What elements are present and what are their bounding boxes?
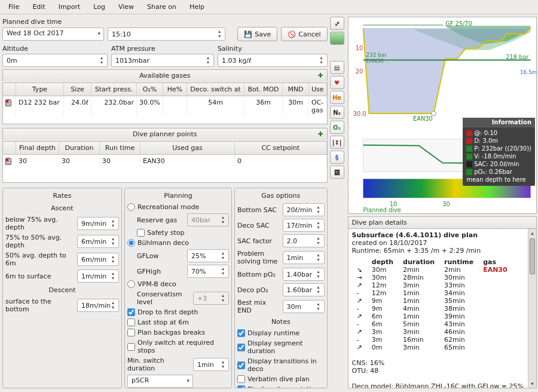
save-button[interactable]: 💾Save <box>237 27 277 41</box>
gasopt-label: Deco SAC <box>237 222 279 229</box>
last-stop-6m-checkbox[interactable]: Last stop at 6m <box>127 317 229 327</box>
toggle-n2-icon[interactable]: N₂ <box>330 106 344 119</box>
plan-runtime: Runtime: 65min + 3:35 /m + 2:29 /min <box>352 247 481 255</box>
plan-row: -3m16min62min <box>352 336 512 344</box>
menu-file[interactable]: File <box>2 1 25 13</box>
plan-row: ↗9m1min35min <box>352 297 512 305</box>
buhlmann-radio[interactable]: Bühlmann deco <box>127 238 229 248</box>
altitude-input[interactable]: 0m▴▾ <box>2 54 108 67</box>
only-switch-checkbox[interactable]: Only switch at required stops <box>127 338 229 356</box>
menu-edit[interactable]: Edit <box>26 1 51 13</box>
salinity-input[interactable]: 1.03 kg/ℓ▴▾ <box>218 54 328 67</box>
delete-point-icon[interactable] <box>5 158 11 165</box>
save-icon: 💾 <box>244 30 252 38</box>
menu-share-on[interactable]: Share on <box>141 1 182 13</box>
recreational-mode-radio[interactable]: Recreational mode <box>127 202 229 212</box>
deco-sac-input[interactable]: 17ℓ/min▴▾ <box>283 219 325 232</box>
pt-col-cc[interactable]: CC setpoint <box>235 142 327 154</box>
cancel-icon: 🚫 <box>288 30 296 38</box>
pt-col-depth[interactable]: Final depth <box>16 142 59 154</box>
gas-col-botmod[interactable]: Bot. MOD <box>244 83 283 96</box>
toggle-o2-icon[interactable]: O₂ <box>330 121 344 134</box>
delete-gas-icon[interactable] <box>5 99 11 106</box>
notes-display-runtime[interactable]: Display runtime <box>237 328 325 338</box>
toggle-he-icon[interactable]: He <box>330 91 344 104</box>
atm-pressure-label: ATM pressure <box>111 44 214 54</box>
pt-col-dur[interactable]: Duration <box>59 142 100 154</box>
add-gas-button[interactable]: ✚ <box>317 72 323 79</box>
toggle-tissue-icon[interactable] <box>330 32 344 45</box>
pt-col-run[interactable]: Run time <box>100 142 140 154</box>
notes-display-variations[interactable]: Display plan variations <box>237 384 325 388</box>
gflow-input[interactable]: 25%▴▾ <box>187 249 229 262</box>
svg-text:30: 30 <box>442 201 450 207</box>
gas-col-type[interactable]: Type <box>16 83 64 96</box>
toggle-heartrate-icon[interactable]: ♥ <box>330 76 344 89</box>
ascent-title: Ascent <box>5 202 119 215</box>
gas-col-o2[interactable]: O₂% <box>137 83 163 96</box>
ean30-label-bottom: EAN30 <box>413 115 433 122</box>
gas-col-he[interactable]: He% <box>163 83 187 96</box>
sac-factor-input[interactable]: 2.0▴▾ <box>283 234 325 247</box>
notes-display-segment[interactable]: Display segment duration <box>237 338 325 356</box>
details-scrollbar[interactable]: ▴ ▾ <box>528 229 536 388</box>
plan-row: ↘30m2min2minEAN30 <box>352 266 512 274</box>
atm-pressure-input[interactable]: 1013mbar▴▾ <box>111 54 214 67</box>
ytick-10: 10 <box>355 45 363 51</box>
gfhigh-label: GFHigh <box>137 268 184 275</box>
dive-profile-chart[interactable]: 10 20 30.0 GF 25/70 232 bar EAN30 EAN30 … <box>348 17 537 214</box>
notes-verbatim[interactable]: Verbatim dive plan <box>237 374 325 384</box>
best-mix-end-input[interactable]: 30m▴▾ <box>283 300 325 313</box>
vpm-radio[interactable]: VPM-B deco <box>127 279 229 289</box>
ascent-rate-1[interactable]: 6m/min▴▾ <box>77 235 119 248</box>
bottom-po2-input[interactable]: 1.40bar▴▾ <box>283 268 325 281</box>
toggle-zoom-icon[interactable]: ⤢ <box>330 17 344 30</box>
rates-panel: Rates Ascent below 75% avg. depth9m/min▴… <box>2 188 122 388</box>
gfhigh-input[interactable]: 70%▴▾ <box>187 265 229 278</box>
gas-col-mnd[interactable]: MND <box>283 83 309 96</box>
dive-plan-details-title: Dive plan details <box>348 216 537 229</box>
gas-col-start[interactable]: Start press. <box>91 83 137 96</box>
deco-po2-input[interactable]: 1.60bar▴▾ <box>283 283 325 296</box>
toggle-photos-icon[interactable]: 🖼 <box>330 166 344 179</box>
min-switch-input[interactable]: 1min▴▾ <box>193 358 229 371</box>
plan-model: Deco model: Bühlmann ZHL-16C with GFLow … <box>352 382 524 388</box>
pt-col-gas[interactable]: Used gas <box>140 142 235 154</box>
drop-first-depth-checkbox[interactable]: Drop to first depth <box>127 307 229 317</box>
gas-col-use[interactable]: Use <box>309 83 327 96</box>
gflow-label: GFLow <box>137 252 184 260</box>
descent-rate[interactable]: 18m/min▴▾ <box>77 299 119 312</box>
ytick-20: 20 <box>355 68 363 75</box>
toggle-ceiling-icon[interactable]: ▤ <box>330 61 344 74</box>
plan-row: →30m28min30min <box>352 274 512 281</box>
add-point-button[interactable]: ✚ <box>317 130 323 138</box>
gas-col-size[interactable]: Size <box>64 83 91 96</box>
menu-help[interactable]: Help <box>184 1 210 13</box>
menu-import[interactable]: Import <box>53 1 87 13</box>
reserve-gas-label: Reserve gas <box>137 216 184 224</box>
safety-stop-checkbox[interactable]: Safety stop <box>127 228 229 238</box>
problem-time-input[interactable]: 1min▴▾ <box>283 251 325 264</box>
gas-col-deco[interactable]: Deco. switch at <box>187 83 244 96</box>
pt-row[interactable]: 30 30 30 EAN30 0 <box>3 155 327 167</box>
cancel-button[interactable]: 🚫Cancel <box>281 27 327 41</box>
bar-232-label: 232 bar <box>366 52 387 58</box>
plan-row: ↗12m3min33min <box>352 281 512 289</box>
bottom-sac-input[interactable]: 20ℓ/min▴▾ <box>283 203 325 216</box>
dive-date-select[interactable]: Wed 18 Oct 2017 <box>2 27 104 41</box>
toggle-ruler-icon[interactable]: |↕| <box>330 136 344 149</box>
ascent-rate-2[interactable]: 6m/min▴▾ <box>77 253 119 266</box>
pscr-select[interactable]: pSCR <box>127 375 193 388</box>
rate-row-label: 75% to 50% avg. depth <box>5 234 74 249</box>
plan-row: ↗6m1min39min <box>352 313 512 320</box>
backgas-breaks-checkbox[interactable]: Plan backgas breaks <box>127 327 229 338</box>
plan-cns: CNS: 16% <box>352 359 385 367</box>
ascent-rate-3[interactable]: 1m/min▴▾ <box>77 270 119 283</box>
menu-view[interactable]: View <box>112 1 140 13</box>
ascent-rate-0[interactable]: 9m/min▴▾ <box>77 217 119 230</box>
dive-time-input[interactable]: 15:10▴▾ <box>108 27 225 41</box>
notes-display-trans[interactable]: Display transitions in deco <box>237 356 325 374</box>
menu-log[interactable]: Log <box>87 1 111 13</box>
gas-row[interactable]: D12 232 bar 24.0ℓ 232.0bar 30.0% 54m 36m… <box>3 96 327 117</box>
toggle-scale-icon[interactable]: § <box>330 151 344 164</box>
